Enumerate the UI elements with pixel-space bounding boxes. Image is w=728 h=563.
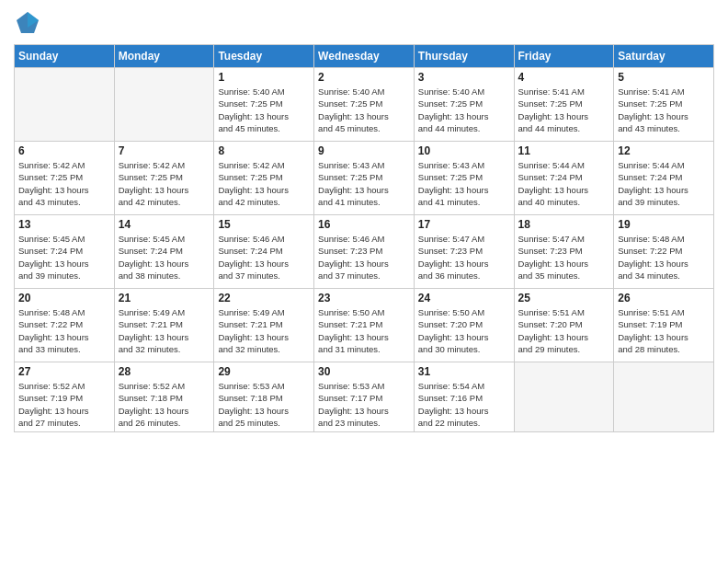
calendar-cell: 8Sunrise: 5:42 AM Sunset: 7:25 PM Daylig… (214, 142, 314, 215)
day-number: 29 (218, 365, 310, 378)
calendar-cell (15, 68, 115, 142)
logo-icon (14, 9, 41, 37)
cell-info: Sunrise: 5:52 AM Sunset: 7:18 PM Dayligh… (119, 380, 210, 429)
calendar-cell: 31Sunrise: 5:54 AM Sunset: 7:16 PM Dayli… (414, 362, 514, 432)
calendar-week-row: 20Sunrise: 5:48 AM Sunset: 7:22 PM Dayli… (15, 289, 714, 362)
weekday-header: Tuesday (214, 45, 314, 68)
day-number: 9 (318, 144, 410, 157)
calendar-cell (514, 362, 614, 432)
day-number: 7 (119, 144, 210, 157)
cell-info: Sunrise: 5:51 AM Sunset: 7:20 PM Dayligh… (518, 306, 610, 355)
weekday-header: Thursday (414, 45, 514, 68)
cell-info: Sunrise: 5:45 AM Sunset: 7:24 PM Dayligh… (119, 233, 210, 282)
calendar-cell: 30Sunrise: 5:53 AM Sunset: 7:17 PM Dayli… (314, 362, 415, 432)
calendar-week-row: 1Sunrise: 5:40 AM Sunset: 7:25 PM Daylig… (15, 68, 714, 142)
calendar-cell: 20Sunrise: 5:48 AM Sunset: 7:22 PM Dayli… (15, 289, 115, 362)
day-number: 10 (418, 144, 510, 157)
cell-info: Sunrise: 5:48 AM Sunset: 7:22 PM Dayligh… (618, 233, 710, 282)
cell-info: Sunrise: 5:47 AM Sunset: 7:23 PM Dayligh… (418, 233, 510, 282)
day-number: 2 (318, 71, 410, 84)
cell-info: Sunrise: 5:41 AM Sunset: 7:25 PM Dayligh… (518, 86, 610, 134)
calendar-cell: 5Sunrise: 5:41 AM Sunset: 7:25 PM Daylig… (614, 68, 714, 142)
day-number: 8 (218, 144, 310, 157)
calendar-cell: 7Sunrise: 5:42 AM Sunset: 7:25 PM Daylig… (114, 142, 214, 215)
calendar-cell: 16Sunrise: 5:46 AM Sunset: 7:23 PM Dayli… (314, 215, 415, 289)
cell-info: Sunrise: 5:41 AM Sunset: 7:25 PM Dayligh… (618, 86, 710, 134)
calendar-cell: 23Sunrise: 5:50 AM Sunset: 7:21 PM Dayli… (314, 289, 415, 362)
cell-info: Sunrise: 5:40 AM Sunset: 7:25 PM Dayligh… (318, 86, 410, 134)
cell-info: Sunrise: 5:45 AM Sunset: 7:24 PM Dayligh… (18, 233, 110, 282)
cell-info: Sunrise: 5:44 AM Sunset: 7:24 PM Dayligh… (518, 159, 610, 208)
calendar-cell: 29Sunrise: 5:53 AM Sunset: 7:18 PM Dayli… (214, 362, 314, 432)
cell-info: Sunrise: 5:46 AM Sunset: 7:23 PM Dayligh… (318, 233, 410, 282)
weekday-header: Wednesday (314, 45, 415, 68)
calendar: SundayMondayTuesdayWednesdayThursdayFrid… (14, 44, 714, 432)
calendar-week-row: 27Sunrise: 5:52 AM Sunset: 7:19 PM Dayli… (15, 362, 714, 432)
day-number: 21 (119, 292, 210, 304)
cell-info: Sunrise: 5:43 AM Sunset: 7:25 PM Dayligh… (318, 159, 410, 208)
calendar-cell: 17Sunrise: 5:47 AM Sunset: 7:23 PM Dayli… (414, 215, 514, 289)
calendar-week-row: 13Sunrise: 5:45 AM Sunset: 7:24 PM Dayli… (15, 215, 714, 289)
day-number: 4 (518, 71, 610, 84)
cell-info: Sunrise: 5:53 AM Sunset: 7:17 PM Dayligh… (318, 380, 410, 429)
calendar-cell: 21Sunrise: 5:49 AM Sunset: 7:21 PM Dayli… (114, 289, 214, 362)
calendar-cell: 10Sunrise: 5:43 AM Sunset: 7:25 PM Dayli… (414, 142, 514, 215)
calendar-cell: 26Sunrise: 5:51 AM Sunset: 7:19 PM Dayli… (614, 289, 714, 362)
calendar-cell: 3Sunrise: 5:40 AM Sunset: 7:25 PM Daylig… (414, 68, 514, 142)
cell-info: Sunrise: 5:52 AM Sunset: 7:19 PM Dayligh… (18, 380, 110, 429)
day-number: 13 (18, 218, 110, 231)
calendar-cell: 12Sunrise: 5:44 AM Sunset: 7:24 PM Dayli… (614, 142, 714, 215)
cell-info: Sunrise: 5:51 AM Sunset: 7:19 PM Dayligh… (618, 306, 710, 355)
calendar-cell: 24Sunrise: 5:50 AM Sunset: 7:20 PM Dayli… (414, 289, 514, 362)
day-number: 27 (18, 365, 110, 378)
cell-info: Sunrise: 5:54 AM Sunset: 7:16 PM Dayligh… (418, 380, 510, 429)
day-number: 20 (18, 292, 110, 304)
logo (14, 9, 45, 37)
cell-info: Sunrise: 5:50 AM Sunset: 7:20 PM Dayligh… (418, 306, 510, 355)
day-number: 30 (318, 365, 410, 378)
calendar-cell: 4Sunrise: 5:41 AM Sunset: 7:25 PM Daylig… (514, 68, 614, 142)
cell-info: Sunrise: 5:49 AM Sunset: 7:21 PM Dayligh… (218, 306, 310, 355)
day-number: 24 (418, 292, 510, 304)
page: SundayMondayTuesdayWednesdayThursdayFrid… (0, 0, 728, 563)
day-number: 11 (518, 144, 610, 157)
calendar-cell: 2Sunrise: 5:40 AM Sunset: 7:25 PM Daylig… (314, 68, 415, 142)
calendar-cell: 13Sunrise: 5:45 AM Sunset: 7:24 PM Dayli… (15, 215, 115, 289)
day-number: 25 (518, 292, 610, 304)
calendar-cell: 22Sunrise: 5:49 AM Sunset: 7:21 PM Dayli… (214, 289, 314, 362)
day-number: 23 (318, 292, 410, 304)
calendar-cell: 18Sunrise: 5:47 AM Sunset: 7:23 PM Dayli… (514, 215, 614, 289)
weekday-header: Sunday (15, 45, 115, 68)
cell-info: Sunrise: 5:44 AM Sunset: 7:24 PM Dayligh… (618, 159, 710, 208)
cell-info: Sunrise: 5:42 AM Sunset: 7:25 PM Dayligh… (218, 159, 310, 208)
day-number: 12 (618, 144, 710, 157)
day-number: 19 (618, 218, 710, 231)
day-number: 15 (218, 218, 310, 231)
cell-info: Sunrise: 5:48 AM Sunset: 7:22 PM Dayligh… (18, 306, 110, 355)
calendar-week-row: 6Sunrise: 5:42 AM Sunset: 7:25 PM Daylig… (15, 142, 714, 215)
cell-info: Sunrise: 5:46 AM Sunset: 7:24 PM Dayligh… (218, 233, 310, 282)
day-number: 22 (218, 292, 310, 304)
cell-info: Sunrise: 5:42 AM Sunset: 7:25 PM Dayligh… (18, 159, 110, 208)
calendar-cell: 25Sunrise: 5:51 AM Sunset: 7:20 PM Dayli… (514, 289, 614, 362)
weekday-header: Friday (514, 45, 614, 68)
calendar-cell: 11Sunrise: 5:44 AM Sunset: 7:24 PM Dayli… (514, 142, 614, 215)
weekday-header-row: SundayMondayTuesdayWednesdayThursdayFrid… (15, 45, 714, 68)
weekday-header: Saturday (614, 45, 714, 68)
calendar-cell: 1Sunrise: 5:40 AM Sunset: 7:25 PM Daylig… (214, 68, 314, 142)
day-number: 3 (418, 71, 510, 84)
weekday-header: Monday (114, 45, 214, 68)
calendar-cell (114, 68, 214, 142)
calendar-cell (614, 362, 714, 432)
day-number: 5 (618, 71, 710, 84)
cell-info: Sunrise: 5:47 AM Sunset: 7:23 PM Dayligh… (518, 233, 610, 282)
day-number: 31 (418, 365, 510, 378)
calendar-cell: 19Sunrise: 5:48 AM Sunset: 7:22 PM Dayli… (614, 215, 714, 289)
calendar-cell: 6Sunrise: 5:42 AM Sunset: 7:25 PM Daylig… (15, 142, 115, 215)
calendar-cell: 9Sunrise: 5:43 AM Sunset: 7:25 PM Daylig… (314, 142, 415, 215)
day-number: 14 (119, 218, 210, 231)
day-number: 1 (218, 71, 310, 84)
calendar-cell: 15Sunrise: 5:46 AM Sunset: 7:24 PM Dayli… (214, 215, 314, 289)
calendar-cell: 28Sunrise: 5:52 AM Sunset: 7:18 PM Dayli… (114, 362, 214, 432)
cell-info: Sunrise: 5:40 AM Sunset: 7:25 PM Dayligh… (218, 86, 310, 134)
